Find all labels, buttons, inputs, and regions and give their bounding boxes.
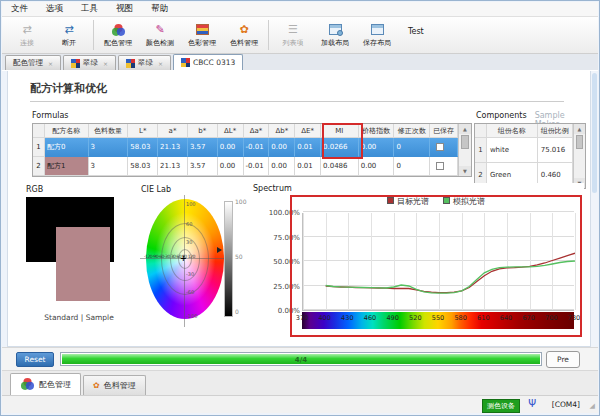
column-header-saved[interactable]: 已保存	[430, 124, 458, 138]
toolbar-button-0: ⇄连接	[6, 19, 48, 52]
doc-tab-2[interactable]: 翠绿×	[118, 55, 171, 70]
x-axis-tick: 640	[500, 314, 512, 322]
cell-L: 58.03	[128, 157, 158, 176]
formula-row-1[interactable]: 1配方0358.0321.133.570.00-0.010.000.010.02…	[33, 138, 458, 157]
menu-item-1[interactable]: 选项	[37, 3, 72, 15]
column-header-b[interactable]: b*	[188, 124, 218, 138]
formulas-group-label: Formulas	[32, 111, 69, 120]
components-column-header-0[interactable]: 组份名称	[487, 124, 538, 138]
column-header-L[interactable]: L*	[128, 124, 158, 138]
close-icon[interactable]: ×	[103, 60, 108, 67]
bottom-tab-0[interactable]: 配色管理	[10, 373, 81, 395]
legend-item-0: 目标光谱	[387, 196, 429, 207]
doc-tab-1[interactable]: 翠绿×	[63, 55, 116, 70]
column-header-db[interactable]: Δb*	[269, 124, 295, 138]
doc-tab-3[interactable]: CBCC 0313	[173, 54, 243, 70]
column-header-a[interactable]: a*	[158, 124, 188, 138]
components-scrollbar[interactable]: ▲ ▼	[573, 124, 585, 188]
column-header-da[interactable]: Δa*	[244, 124, 270, 138]
save-layout-icon	[371, 22, 384, 37]
scrollbar-thumb[interactable]	[461, 135, 469, 149]
toolbar-button-3[interactable]: ✎颜色检测	[139, 19, 181, 52]
menu-item-0[interactable]: 文件	[2, 3, 37, 15]
column-header-fixes[interactable]: 修正次数	[394, 124, 430, 138]
saved-checkbox[interactable]	[436, 162, 444, 170]
scroll-up-icon[interactable]: ▲	[459, 124, 471, 134]
cell-da: -0.01	[244, 138, 270, 157]
spectrum-plot	[302, 213, 574, 311]
sample-color-swatch	[56, 227, 110, 301]
scroll-down-icon[interactable]: ▼	[459, 166, 471, 176]
colorant-mgmt-icon: ✿	[239, 22, 248, 37]
device-status-badge: 测色设备	[482, 399, 520, 413]
progress-value: 4/4	[61, 356, 541, 364]
column-header-name[interactable]: 配方名称	[45, 124, 89, 138]
status-bar: 测色设备 Ψ [COM4] ◢	[2, 395, 598, 413]
scroll-up-icon[interactable]: ▲	[574, 124, 585, 134]
cielab-b-tick: 60	[186, 221, 192, 227]
spectral-color-bar: 370400430460490520550580610640670700730	[302, 312, 574, 329]
doc-tab-0[interactable]: 配色管理×	[5, 55, 61, 70]
cell-fixes: 0	[394, 138, 430, 157]
toolbar-button-8[interactable]: 保存布局	[356, 19, 398, 52]
close-icon[interactable]: ×	[48, 60, 53, 67]
legend-item-1: 模拟光谱	[443, 196, 485, 207]
x-axis-tick: 670	[522, 314, 534, 322]
column-header-MI[interactable]: MI	[321, 124, 359, 138]
toolbar-button-4[interactable]: 色彩管理	[181, 19, 223, 52]
cielab-b-tick: 100	[186, 201, 196, 207]
cell-saved	[430, 157, 458, 176]
row-header-cell	[475, 124, 487, 138]
app-window: 文件选项工具视图帮助 ⇄连接⇄断开配色管理✎颜色检测色彩管理✿色料管理☰列表项加…	[0, 0, 600, 416]
legend-swatch	[443, 197, 450, 204]
column-header-dE[interactable]: ΔE*	[295, 124, 321, 138]
progress-bar: 4/4	[60, 352, 542, 366]
bottom-tab-1[interactable]: ✿色料管理	[83, 375, 146, 395]
toolbar-button-2[interactable]: 配色管理	[97, 19, 139, 52]
menu-item-3[interactable]: 视图	[107, 3, 142, 15]
y-axis-tick: 100.00%	[260, 209, 300, 217]
formulas-scrollbar[interactable]: ▲ ▼	[458, 124, 471, 176]
cell-count: 3	[89, 138, 129, 157]
toolbar-button-label: 颜色检测	[146, 38, 174, 48]
x-axis-tick: 460	[364, 314, 376, 322]
close-icon[interactable]: ×	[158, 60, 163, 67]
toolbar-button-5[interactable]: ✿色料管理	[223, 19, 265, 52]
cell-dE: 0.01	[295, 157, 321, 176]
toolbar-button-7[interactable]: 加载布局	[314, 19, 356, 52]
toolbar-button-label: 配色管理	[104, 38, 132, 48]
reset-button[interactable]: Reset	[16, 352, 54, 367]
toolbar-button-1[interactable]: ⇄断开	[48, 19, 90, 52]
component-row-1[interactable]: 1white75.016	[475, 138, 573, 163]
spectrum-panel: Spectrum 目标光谱模拟光谱 100.00%75.00%50.00%25.…	[250, 183, 584, 345]
window-scrollbar[interactable]	[591, 71, 598, 347]
tab-icon	[126, 59, 135, 68]
x-axis-tick: 520	[409, 314, 421, 322]
components-column-header-1[interactable]: 组份比例	[538, 124, 573, 138]
page-title: 配方计算和优化	[30, 81, 107, 96]
bottom-tab-strip: 配色管理✿色料管理	[2, 371, 598, 395]
formula-row-2[interactable]: 2配方1358.0321.133.570.00-0.010.000.010.04…	[33, 157, 458, 176]
components-table: 组份名称组份比例1white75.0162Green0.460 ▲ ▼	[474, 123, 586, 189]
menu-item-2[interactable]: 工具	[72, 3, 107, 15]
scrollbar-thumb[interactable]	[576, 135, 583, 149]
column-header-dL[interactable]: ΔL*	[218, 124, 244, 138]
row-header-cell	[33, 124, 45, 138]
scrollbar-thumb[interactable]	[592, 73, 597, 193]
color-detect-icon: ✎	[155, 22, 164, 37]
lightness-tick: 100	[235, 198, 246, 205]
document-tab-strip: 配色管理×翠绿×翠绿×CBCC 0313	[2, 54, 598, 71]
grid-line	[575, 213, 576, 310]
cell-MI: 0.0486	[321, 157, 359, 176]
toolbar-button-6: ☰列表项	[272, 19, 314, 52]
saved-checkbox[interactable]	[436, 143, 444, 151]
toolbar-separator	[268, 20, 269, 50]
connect-icon: ⇄	[22, 22, 31, 37]
x-axis-tick: 700	[545, 314, 557, 322]
column-header-price[interactable]: 价格指数	[359, 124, 395, 138]
menu-item-4[interactable]: 帮助	[142, 3, 177, 15]
column-header-count[interactable]: 色料数量	[89, 124, 129, 138]
pre-button[interactable]: Pre	[546, 351, 580, 368]
toolbar-separator	[93, 20, 94, 50]
formulas-table-body: 配方名称色料数量L*a*b*ΔL*Δa*Δb*ΔE*MI价格指数修正次数已保存1…	[33, 124, 458, 176]
